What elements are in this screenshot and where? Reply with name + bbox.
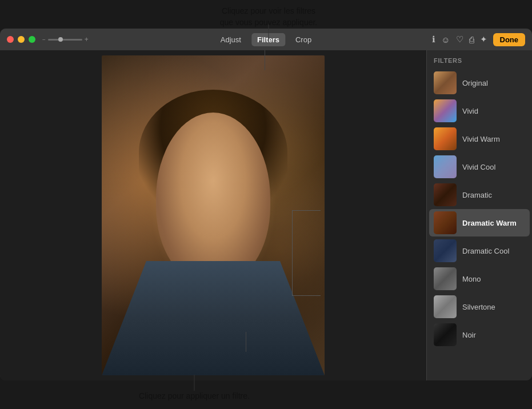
filter-thumb-silvertone	[434, 295, 457, 318]
smiley-icon[interactable]: ☺	[441, 35, 450, 45]
zoom-slider-area: − +	[42, 35, 89, 43]
filter-thumb-vivid	[434, 99, 457, 122]
photo-area	[0, 50, 426, 380]
photo-background	[102, 55, 325, 375]
filter-label-vivid-warm: Vivid Warm	[462, 135, 500, 143]
filter-list: OriginalVividVivid WarmVivid CoolDramati…	[427, 69, 532, 349]
tooltip-top-text: Cliquez pour voir les filtres que vous p…	[220, 6, 317, 27]
filters-panel-title: FILTERS	[427, 57, 532, 69]
filter-item-original[interactable]: Original	[429, 69, 530, 97]
filter-label-mono: Mono	[462, 275, 481, 283]
filter-thumb-vivid-warm	[434, 127, 457, 150]
filter-thumb-dramatic-warm	[434, 211, 457, 234]
heart-icon[interactable]: ♡	[456, 34, 463, 45]
filter-label-vivid-cool: Vivid Cool	[462, 163, 495, 171]
tooltip-bottom-arrow	[246, 332, 246, 352]
main-content: FILTERS OriginalVividVivid WarmVivid Coo…	[0, 50, 532, 380]
filter-item-vivid-warm[interactable]: Vivid Warm	[429, 125, 530, 153]
photo-container	[102, 55, 325, 375]
minimize-button[interactable]	[18, 36, 25, 43]
filter-item-vivid-cool[interactable]: Vivid Cool	[429, 153, 530, 181]
filter-label-noir: Noir	[462, 331, 476, 339]
filter-label-silvertone: Silvertone	[462, 303, 495, 311]
zoom-out-icon: −	[42, 37, 46, 43]
filter-label-dramatic: Dramatic	[462, 191, 492, 199]
filter-thumb-original	[434, 71, 457, 94]
traffic-lights	[7, 36, 35, 43]
tooltip-bottom: Cliquez pour appliquer un filtre.	[114, 391, 274, 402]
filter-item-silvertone[interactable]: Silvertone	[429, 293, 530, 320]
info-icon[interactable]: ℹ	[432, 34, 435, 45]
filter-item-dramatic[interactable]: Dramatic	[429, 181, 530, 208]
magic-wand-icon[interactable]: ✦	[480, 34, 487, 45]
maximize-button[interactable]	[29, 36, 35, 43]
filter-label-vivid: Vivid	[462, 107, 478, 115]
tooltip-top-arrow	[265, 50, 265, 70]
filters-sidebar: FILTERS OriginalVividVivid WarmVivid Coo…	[426, 50, 532, 380]
toolbar-right: ℹ ☺ ♡ ⎙ ✦ Done	[432, 33, 525, 46]
main-window: − + Adjust Filters Crop ℹ ☺ ♡ ⎙ ✦ Done	[0, 29, 532, 380]
filter-item-mono[interactable]: Mono	[429, 265, 530, 292]
tab-crop[interactable]: Crop	[290, 33, 317, 46]
filter-label-dramatic-cool: Dramatic Cool	[462, 247, 509, 255]
filter-item-dramatic-warm[interactable]: Dramatic Warm	[429, 209, 530, 236]
filter-item-noir[interactable]: Noir	[429, 321, 530, 348]
zoom-track[interactable]	[48, 39, 82, 41]
zoom-in-icon: +	[85, 35, 89, 43]
photo-face	[156, 113, 270, 284]
titlebar: − + Adjust Filters Crop ℹ ☺ ♡ ⎙ ✦ Done	[0, 29, 532, 50]
filter-thumb-vivid-cool	[434, 155, 457, 178]
tooltip-bottom-text: Cliquez pour appliquer un filtre.	[139, 391, 250, 400]
filter-item-vivid[interactable]: Vivid	[429, 97, 530, 125]
share-icon[interactable]: ⎙	[469, 35, 474, 45]
toolbar-tabs: Adjust Filters Crop	[215, 33, 317, 46]
filter-label-dramatic-warm: Dramatic Warm	[462, 219, 517, 227]
tooltip-top: Cliquez pour voir les filtres que vous p…	[189, 6, 349, 28]
filter-thumb-noir	[434, 323, 457, 346]
filter-thumb-dramatic-cool	[434, 239, 457, 262]
done-button[interactable]: Done	[493, 33, 526, 46]
filter-item-dramatic-cool[interactable]: Dramatic Cool	[429, 237, 530, 264]
filter-thumb-dramatic	[434, 183, 457, 206]
zoom-thumb[interactable]	[58, 37, 63, 42]
tab-adjust[interactable]: Adjust	[215, 33, 247, 46]
close-button[interactable]	[7, 36, 14, 43]
filter-thumb-mono	[434, 267, 457, 290]
filter-label-original: Original	[462, 79, 488, 87]
